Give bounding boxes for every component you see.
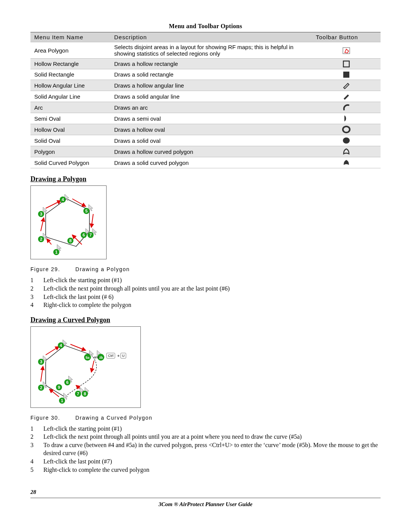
cell-desc: Draws an arc <box>110 102 312 113</box>
cell-name: Solid Rectangle <box>30 69 110 80</box>
table-row: Hollow Oval Draws a hollow oval <box>30 124 381 135</box>
figure-30-caption: Figure 30.Drawing a Curved Polygon <box>30 415 381 421</box>
polygon-icon <box>312 146 381 157</box>
col-menu-item: Menu Item Name <box>30 32 110 42</box>
list-item: Left-click the last point (#7) <box>30 457 381 466</box>
svg-text:3: 3 <box>40 359 42 364</box>
svg-line-32 <box>41 366 43 382</box>
table-row: Hollow Rectangle Draws a hollow rectangl… <box>30 59 381 69</box>
svg-rect-3 <box>343 72 349 78</box>
arc-icon <box>312 102 381 113</box>
table-row: Solid Oval Draws a solid oval <box>30 135 381 146</box>
svg-text:6: 6 <box>66 380 68 385</box>
drawing-curved-polygon-heading: Drawing a Curved Polygon <box>30 316 381 324</box>
svg-text:4: 4 <box>62 197 64 202</box>
cell-name: Hollow Angular Line <box>30 80 110 91</box>
table-row: Arc Draws an arc <box>30 102 381 113</box>
page-header: Menu and Toolbar Options <box>30 23 381 30</box>
figure-30-diagram: 1 2 3 4 5a 5b 6 7 8 9 and Ctrl + U <box>30 326 141 408</box>
svg-text:+: + <box>117 353 119 358</box>
solid-angular-line-icon <box>312 91 381 102</box>
svg-text:Ctrl: Ctrl <box>108 354 113 358</box>
svg-text:9: 9 <box>58 385 60 390</box>
hollow-oval-icon <box>312 124 381 135</box>
svg-text:7: 7 <box>77 391 79 396</box>
list-item: Left-click the starting point (#1) <box>30 276 381 284</box>
drawing-polygon-heading: Drawing a Polygon <box>30 175 381 183</box>
cell-desc: Draws a hollow curved polygon <box>110 146 312 157</box>
cell-desc: Draws a solid rectangle <box>110 69 312 80</box>
table-row: Semi Oval Draws a semi oval <box>30 113 381 124</box>
semi-oval-icon <box>312 113 381 124</box>
svg-text:2: 2 <box>40 237 42 241</box>
cell-name: Solid Angular Line <box>30 91 110 102</box>
cell-name: Solid Curved Polygon <box>30 157 110 168</box>
col-description: Description <box>110 32 312 42</box>
list-item: Left-click the starting point (#1) <box>30 425 381 433</box>
list-item: Left-click the last point (# 6) <box>30 293 381 301</box>
svg-marker-8 <box>46 199 89 246</box>
svg-text:1: 1 <box>55 250 57 254</box>
solid-curved-polygon-icon <box>312 157 381 168</box>
svg-text:7: 7 <box>89 233 92 237</box>
cell-desc: Draws a solid curved polygon <box>110 157 312 168</box>
cell-name: Arc <box>30 102 110 113</box>
table-row: Area Polygon Selects disjoint areas in a… <box>30 42 381 59</box>
table-row: Solid Rectangle Draws a solid rectangle <box>30 69 381 80</box>
cell-name: Semi Oval <box>30 113 110 124</box>
svg-rect-2 <box>343 61 349 67</box>
polygon-steps: Left-click the starting point (#1) Left-… <box>30 276 381 309</box>
svg-line-9 <box>47 239 51 244</box>
list-item: Left-click the next point through all po… <box>30 433 381 441</box>
svg-text:2: 2 <box>40 385 42 390</box>
hollow-rectangle-icon <box>312 59 381 69</box>
cell-desc: Draws a solid oval <box>110 135 312 146</box>
cell-desc: Draws a semi oval <box>110 113 312 124</box>
cell-name: Hollow Oval <box>30 124 110 135</box>
svg-text:U: U <box>122 354 125 358</box>
page-number: 28 <box>30 489 381 495</box>
menu-options-table: Menu Item Name Description Toolbar Butto… <box>30 32 381 168</box>
figure-29-diagram: 1 2 3 4 5 6 7 8 <box>30 185 107 259</box>
svg-line-14 <box>72 235 82 244</box>
solid-oval-icon <box>312 135 381 146</box>
cell-desc: Draws a hollow angular line <box>110 80 312 91</box>
svg-marker-4 <box>344 83 349 89</box>
svg-text:5a: 5a <box>86 356 90 359</box>
svg-text:3: 3 <box>40 212 42 216</box>
svg-line-34 <box>70 344 86 350</box>
svg-marker-5 <box>344 94 349 100</box>
table-row: Polygon Draws a hollow curved polygon <box>30 146 381 157</box>
area-polygon-icon <box>312 42 381 59</box>
svg-text:6: 6 <box>83 233 85 237</box>
cell-desc: Draws a hollow oval <box>110 124 312 135</box>
cell-desc: Draws a hollow rectangle <box>110 59 312 69</box>
svg-line-33 <box>46 347 59 355</box>
svg-line-10 <box>41 218 44 231</box>
col-toolbar-button: Toolbar Button <box>312 32 381 42</box>
table-row: Solid Angular Line Draws a solid angular… <box>30 91 381 102</box>
cell-desc: Draws a solid angular line <box>110 91 312 102</box>
svg-text:8: 8 <box>84 391 86 396</box>
cell-name: Solid Oval <box>30 135 110 146</box>
cell-name: Polygon <box>30 146 110 157</box>
table-row: Hollow Angular Line Draws a hollow angul… <box>30 80 381 91</box>
svg-text:8: 8 <box>69 238 72 243</box>
list-item: Left-click the next point through all po… <box>30 284 381 293</box>
svg-text:5: 5 <box>85 209 88 213</box>
footer-divider <box>30 498 381 498</box>
svg-point-6 <box>343 126 350 133</box>
svg-text:and: and <box>94 355 100 359</box>
table-row: Solid Curved Polygon Draws a solid curve… <box>30 157 381 168</box>
list-item: To draw a curve (between #4 and #5a) in … <box>30 441 381 457</box>
svg-line-35 <box>91 361 94 372</box>
list-item: Right-click to complete the polygon <box>30 301 381 309</box>
figure-29-caption: Figure 29.Drawing a Polygon <box>30 266 381 272</box>
svg-point-7 <box>343 137 350 144</box>
list-item: Right-click to complete the curved polyg… <box>30 466 381 474</box>
svg-text:1: 1 <box>61 398 63 403</box>
hollow-angular-line-icon <box>312 80 381 91</box>
cell-name: Area Polygon <box>30 42 110 59</box>
doc-title-footer: 3Com ® AirProtect Planner User Guide <box>30 501 381 508</box>
solid-rectangle-icon <box>312 69 381 80</box>
